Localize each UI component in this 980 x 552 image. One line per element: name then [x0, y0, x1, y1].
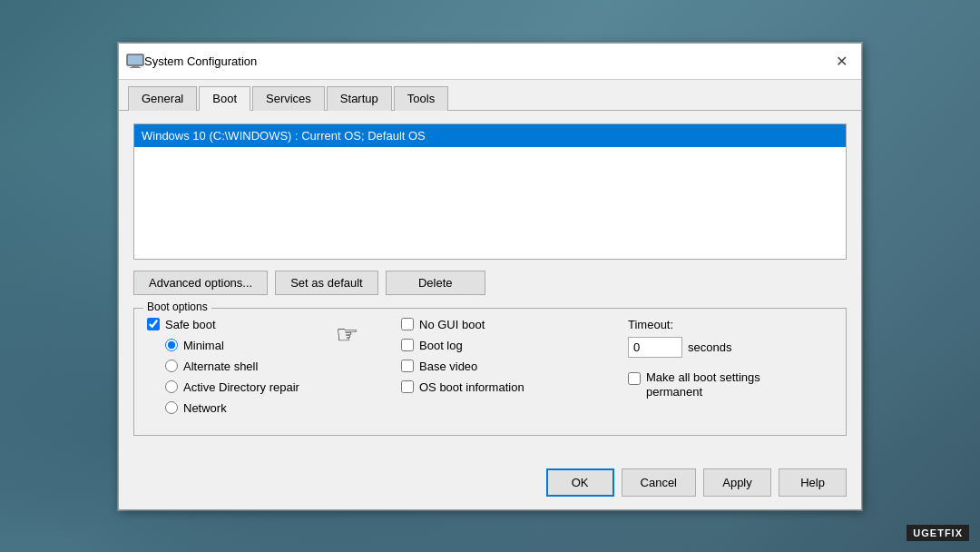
svg-rect-1 — [132, 65, 139, 67]
timeout-row: seconds — [628, 337, 833, 358]
apply-button[interactable]: Apply — [703, 468, 771, 497]
no-gui-boot-checkbox[interactable] — [401, 318, 414, 330]
system-configuration-dialog: System Configuration ✕ General Boot Serv… — [118, 43, 862, 510]
active-directory-radio[interactable] — [165, 380, 178, 393]
minimal-label: Minimal — [183, 339, 224, 352]
timeout-unit: seconds — [688, 340, 731, 354]
tab-general[interactable]: General — [128, 86, 197, 111]
no-gui-boot-label: No GUI boot — [419, 318, 485, 331]
action-buttons-row: Advanced options... Set as default Delet… — [133, 271, 847, 295]
os-list[interactable]: Windows 10 (C:\WINDOWS) : Current OS; De… — [133, 123, 847, 260]
no-gui-boot-row: No GUI boot — [401, 318, 601, 331]
tab-startup[interactable]: Startup — [327, 86, 392, 111]
timeout-input[interactable] — [628, 337, 682, 358]
boot-options-legend: Boot options — [143, 301, 211, 313]
network-radio[interactable] — [165, 401, 178, 414]
os-boot-info-row: OS boot information — [401, 380, 601, 394]
boot-options-inner: Safe boot Minimal Alternate shell Active… — [147, 318, 833, 422]
network-row: Network — [147, 401, 401, 415]
make-permanent-label: Make all boot settings permanent — [646, 370, 764, 401]
os-boot-info-label: OS boot information — [419, 380, 524, 394]
svg-rect-0 — [127, 54, 143, 65]
safe-boot-checkbox[interactable] — [147, 318, 160, 330]
boot-log-checkbox[interactable] — [401, 339, 414, 351]
boot-col-left: Safe boot Minimal Alternate shell Active… — [147, 318, 401, 422]
app-icon — [126, 54, 144, 68]
tab-content: Windows 10 (C:\WINDOWS) : Current OS; De… — [119, 111, 861, 459]
close-button[interactable]: ✕ — [828, 48, 854, 74]
watermark: UGETFIX — [906, 525, 969, 541]
cancel-button[interactable]: Cancel — [622, 468, 696, 497]
tab-tools[interactable]: Tools — [394, 86, 448, 111]
dialog-title: System Configuration — [144, 54, 828, 68]
os-boot-info-checkbox[interactable] — [401, 380, 414, 393]
boot-log-row: Boot log — [401, 339, 601, 352]
tab-services[interactable]: Services — [252, 86, 325, 111]
base-video-label: Base video — [419, 360, 477, 373]
ok-button[interactable]: OK — [546, 468, 614, 497]
bottom-buttons: OK Cancel Apply Help — [119, 459, 861, 509]
boot-options-group: Boot options Safe boot Minimal Alternate… — [133, 308, 847, 436]
alternate-shell-radio[interactable] — [165, 360, 178, 372]
safe-boot-label: Safe boot — [165, 318, 216, 331]
network-label: Network — [183, 401, 227, 415]
active-directory-row: Active Directory repair — [147, 380, 401, 394]
timeout-section: Timeout: seconds Make all boot settings … — [601, 318, 833, 422]
alternate-shell-label: Alternate shell — [183, 360, 258, 373]
minimal-radio[interactable] — [165, 339, 178, 351]
safe-boot-row: Safe boot — [147, 318, 401, 331]
set-as-default-button[interactable]: Set as default — [275, 271, 378, 295]
minimal-row: Minimal — [147, 339, 401, 352]
os-list-item[interactable]: Windows 10 (C:\WINDOWS) : Current OS; De… — [134, 124, 846, 147]
boot-col-right: No GUI boot Boot log Base video OS boot … — [401, 318, 601, 422]
advanced-options-button[interactable]: Advanced options... — [133, 271, 268, 295]
help-button[interactable]: Help — [779, 468, 847, 497]
title-bar: System Configuration ✕ — [119, 44, 861, 80]
alternate-shell-row: Alternate shell — [147, 360, 401, 373]
tab-boot[interactable]: Boot — [199, 86, 250, 111]
svg-rect-2 — [130, 67, 141, 68]
base-video-checkbox[interactable] — [401, 360, 414, 372]
active-directory-label: Active Directory repair — [183, 380, 299, 394]
tabs-container: General Boot Services Startup Tools — [119, 80, 861, 111]
delete-button[interactable]: Delete — [386, 271, 485, 295]
base-video-row: Base video — [401, 360, 601, 373]
boot-log-label: Boot log — [419, 339, 463, 352]
timeout-label: Timeout: — [628, 318, 833, 331]
make-permanent-checkbox[interactable] — [628, 372, 641, 385]
make-permanent-row: Make all boot settings permanent — [628, 370, 833, 401]
